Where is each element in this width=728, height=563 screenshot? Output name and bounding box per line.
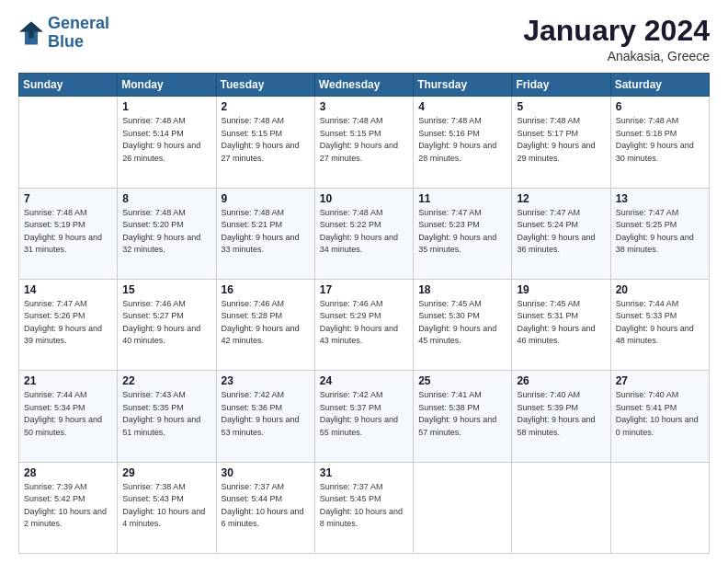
day-info: Sunrise: 7:45 AMSunset: 5:30 PMDaylight:… [418, 298, 506, 348]
day-cell: 12Sunrise: 7:47 AMSunset: 5:24 PMDayligh… [512, 188, 610, 279]
day-cell: 27Sunrise: 7:40 AMSunset: 5:41 PMDayligh… [610, 371, 709, 462]
day-cell: 11Sunrise: 7:47 AMSunset: 5:23 PMDayligh… [414, 188, 512, 279]
day-cell: 15Sunrise: 7:46 AMSunset: 5:27 PMDayligh… [118, 279, 216, 370]
week-row-2: 7Sunrise: 7:48 AMSunset: 5:19 PMDaylight… [19, 188, 710, 279]
day-number: 24 [320, 374, 408, 387]
day-info: Sunrise: 7:42 AMSunset: 5:36 PMDaylight:… [222, 389, 310, 439]
day-cell [512, 462, 610, 553]
page: General Blue January 2024 Anakasia, Gree… [0, 0, 728, 563]
day-info: Sunrise: 7:45 AMSunset: 5:31 PMDaylight:… [517, 298, 605, 348]
day-cell: 1Sunrise: 7:48 AMSunset: 5:14 PMDaylight… [118, 97, 216, 188]
day-info: Sunrise: 7:41 AMSunset: 5:38 PMDaylight:… [418, 389, 506, 439]
day-cell: 14Sunrise: 7:47 AMSunset: 5:26 PMDayligh… [19, 279, 118, 370]
day-info: Sunrise: 7:48 AMSunset: 5:19 PMDaylight:… [24, 207, 112, 257]
day-number: 19 [517, 283, 605, 296]
day-cell: 5Sunrise: 7:48 AMSunset: 5:17 PMDaylight… [512, 97, 610, 188]
day-info: Sunrise: 7:46 AMSunset: 5:29 PMDaylight:… [320, 298, 408, 348]
day-cell: 23Sunrise: 7:42 AMSunset: 5:36 PMDayligh… [216, 371, 314, 462]
day-number: 2 [222, 100, 310, 113]
day-info: Sunrise: 7:39 AMSunset: 5:42 PMDaylight:… [24, 481, 112, 531]
day-cell [414, 462, 512, 553]
day-info: Sunrise: 7:48 AMSunset: 5:18 PMDaylight:… [616, 115, 704, 165]
day-info: Sunrise: 7:48 AMSunset: 5:16 PMDaylight:… [418, 115, 506, 165]
day-number: 16 [222, 283, 310, 296]
day-cell: 28Sunrise: 7:39 AMSunset: 5:42 PMDayligh… [19, 462, 118, 553]
day-info: Sunrise: 7:46 AMSunset: 5:28 PMDaylight:… [222, 298, 310, 348]
day-number: 30 [222, 466, 310, 479]
day-number: 26 [517, 374, 605, 387]
day-info: Sunrise: 7:40 AMSunset: 5:41 PMDaylight:… [616, 389, 704, 439]
logo-line1: General [48, 14, 109, 32]
day-cell: 21Sunrise: 7:44 AMSunset: 5:34 PMDayligh… [19, 371, 118, 462]
column-header-thursday: Thursday [414, 74, 512, 97]
day-cell: 29Sunrise: 7:38 AMSunset: 5:43 PMDayligh… [118, 462, 216, 553]
logo-icon [18, 20, 44, 46]
day-info: Sunrise: 7:48 AMSunset: 5:17 PMDaylight:… [517, 115, 605, 165]
title-block: January 2024 Anakasia, Greece [523, 15, 710, 63]
day-number: 13 [616, 192, 704, 205]
week-row-3: 14Sunrise: 7:47 AMSunset: 5:26 PMDayligh… [19, 279, 710, 370]
day-cell: 9Sunrise: 7:48 AMSunset: 5:21 PMDaylight… [216, 188, 314, 279]
day-info: Sunrise: 7:44 AMSunset: 5:34 PMDaylight:… [24, 389, 112, 439]
day-info: Sunrise: 7:48 AMSunset: 5:21 PMDaylight:… [222, 207, 310, 257]
day-cell: 16Sunrise: 7:46 AMSunset: 5:28 PMDayligh… [216, 279, 314, 370]
day-info: Sunrise: 7:44 AMSunset: 5:33 PMDaylight:… [616, 298, 704, 348]
day-number: 20 [616, 283, 704, 296]
day-cell: 7Sunrise: 7:48 AMSunset: 5:19 PMDaylight… [19, 188, 118, 279]
day-number: 15 [122, 283, 210, 296]
day-number: 17 [320, 283, 408, 296]
day-number: 11 [418, 192, 506, 205]
logo-line2: Blue [48, 33, 109, 52]
day-cell: 22Sunrise: 7:43 AMSunset: 5:35 PMDayligh… [118, 371, 216, 462]
day-cell: 26Sunrise: 7:40 AMSunset: 5:39 PMDayligh… [512, 371, 610, 462]
day-number: 12 [517, 192, 605, 205]
day-number: 18 [418, 283, 506, 296]
column-header-friday: Friday [512, 74, 610, 97]
day-cell: 18Sunrise: 7:45 AMSunset: 5:30 PMDayligh… [414, 279, 512, 370]
day-number: 3 [320, 100, 408, 113]
day-number: 9 [222, 192, 310, 205]
day-cell: 31Sunrise: 7:37 AMSunset: 5:45 PMDayligh… [314, 462, 413, 553]
day-number: 31 [320, 466, 408, 479]
calendar-header-row: SundayMondayTuesdayWednesdayThursdayFrid… [19, 74, 710, 97]
day-info: Sunrise: 7:48 AMSunset: 5:14 PMDaylight:… [122, 115, 210, 165]
day-info: Sunrise: 7:37 AMSunset: 5:45 PMDaylight:… [320, 481, 408, 531]
day-info: Sunrise: 7:47 AMSunset: 5:26 PMDaylight:… [24, 298, 112, 348]
week-row-4: 21Sunrise: 7:44 AMSunset: 5:34 PMDayligh… [19, 371, 710, 462]
day-number: 7 [24, 192, 112, 205]
day-cell: 2Sunrise: 7:48 AMSunset: 5:15 PMDaylight… [216, 97, 314, 188]
day-number: 1 [122, 100, 210, 113]
day-number: 4 [418, 100, 506, 113]
day-cell: 10Sunrise: 7:48 AMSunset: 5:22 PMDayligh… [314, 188, 413, 279]
column-header-wednesday: Wednesday [314, 74, 413, 97]
day-number: 23 [222, 374, 310, 387]
day-info: Sunrise: 7:46 AMSunset: 5:27 PMDaylight:… [122, 298, 210, 348]
day-info: Sunrise: 7:47 AMSunset: 5:23 PMDaylight:… [418, 207, 506, 257]
day-info: Sunrise: 7:38 AMSunset: 5:43 PMDaylight:… [122, 481, 210, 531]
day-cell: 13Sunrise: 7:47 AMSunset: 5:25 PMDayligh… [610, 188, 709, 279]
day-info: Sunrise: 7:37 AMSunset: 5:44 PMDaylight:… [222, 481, 310, 531]
day-number: 28 [24, 466, 112, 479]
day-cell: 17Sunrise: 7:46 AMSunset: 5:29 PMDayligh… [314, 279, 413, 370]
day-info: Sunrise: 7:47 AMSunset: 5:25 PMDaylight:… [616, 207, 704, 257]
day-cell: 24Sunrise: 7:42 AMSunset: 5:37 PMDayligh… [314, 371, 413, 462]
location-subtitle: Anakasia, Greece [523, 49, 710, 63]
day-info: Sunrise: 7:42 AMSunset: 5:37 PMDaylight:… [320, 389, 408, 439]
day-info: Sunrise: 7:47 AMSunset: 5:24 PMDaylight:… [517, 207, 605, 257]
header: General Blue January 2024 Anakasia, Gree… [18, 15, 710, 63]
day-number: 6 [616, 100, 704, 113]
day-info: Sunrise: 7:40 AMSunset: 5:39 PMDaylight:… [517, 389, 605, 439]
day-cell: 3Sunrise: 7:48 AMSunset: 5:15 PMDaylight… [314, 97, 413, 188]
day-info: Sunrise: 7:43 AMSunset: 5:35 PMDaylight:… [122, 389, 210, 439]
week-row-1: 1Sunrise: 7:48 AMSunset: 5:14 PMDaylight… [19, 97, 710, 188]
day-cell: 30Sunrise: 7:37 AMSunset: 5:44 PMDayligh… [216, 462, 314, 553]
logo: General Blue [18, 15, 109, 52]
month-title: January 2024 [523, 15, 710, 47]
column-header-monday: Monday [118, 74, 216, 97]
logo-text: General Blue [48, 15, 109, 52]
week-row-5: 28Sunrise: 7:39 AMSunset: 5:42 PMDayligh… [19, 462, 710, 553]
day-cell: 6Sunrise: 7:48 AMSunset: 5:18 PMDaylight… [610, 97, 709, 188]
svg-marker-1 [19, 21, 42, 38]
day-info: Sunrise: 7:48 AMSunset: 5:15 PMDaylight:… [320, 115, 408, 165]
day-number: 14 [24, 283, 112, 296]
